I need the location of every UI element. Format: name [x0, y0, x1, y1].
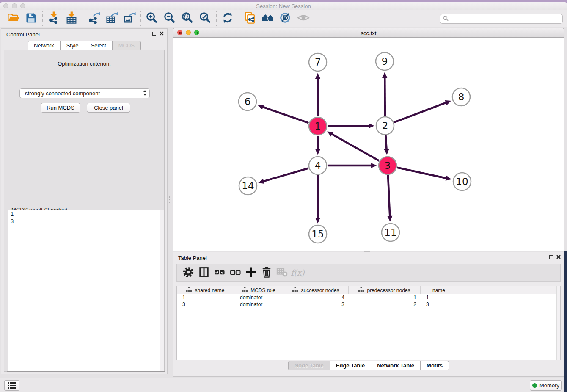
- export-image-button[interactable]: [121, 11, 138, 26]
- mcds-result-list[interactable]: 13: [8, 210, 164, 371]
- toolbar-group: [3, 11, 43, 26]
- graph-edge-3-11[interactable]: [388, 175, 390, 216]
- graph-node-9[interactable]: 9: [376, 52, 394, 70]
- refresh-icon: [221, 11, 234, 25]
- clone-network-button[interactable]: [241, 11, 259, 26]
- trash-button[interactable]: [259, 265, 274, 280]
- memory-label: Memory: [539, 382, 559, 389]
- graph-edge-2-3[interactable]: [385, 135, 386, 149]
- toolbar-group: [83, 11, 141, 26]
- cell-successor-nodes: 4: [284, 294, 349, 301]
- column-header-name[interactable]: name: [421, 286, 457, 294]
- delete-table-icon: [276, 266, 289, 280]
- result-scrollbar[interactable]: [160, 210, 164, 371]
- tab-network-table[interactable]: Network Table: [371, 361, 421, 370]
- control-panel-title: Control Panel: [6, 31, 40, 38]
- close-panel-button[interactable]: Close panel: [87, 103, 130, 113]
- select-all-button[interactable]: [212, 265, 227, 280]
- add-icon: [245, 266, 257, 280]
- zoom-out-button[interactable]: [161, 11, 179, 26]
- graph-node-label: 14: [242, 180, 254, 191]
- panel-splitter-handle[interactable]: [168, 196, 170, 204]
- export-network-icon: [88, 11, 100, 25]
- import-table-button[interactable]: [63, 11, 80, 26]
- open-file-icon: [7, 11, 20, 25]
- home-button[interactable]: [259, 11, 277, 26]
- tab-style[interactable]: Style: [61, 41, 85, 50]
- column-header-successor-nodes[interactable]: successor nodes: [284, 286, 349, 294]
- graph-node-6[interactable]: 6: [239, 93, 256, 110]
- zoom-in-button[interactable]: [143, 11, 161, 26]
- graph-node-1[interactable]: 1: [309, 117, 327, 135]
- search-input[interactable]: [449, 15, 562, 23]
- deselect-all-button[interactable]: [227, 265, 243, 280]
- hide-details-button[interactable]: [277, 11, 295, 26]
- graph-node-8[interactable]: 8: [452, 88, 470, 106]
- task-history-button[interactable]: [4, 380, 19, 391]
- open-file-button[interactable]: [5, 11, 22, 26]
- tab-edge-table[interactable]: Edge Table: [330, 361, 371, 370]
- graph-node-label: 15: [311, 229, 324, 240]
- tab-network[interactable]: Network: [28, 41, 61, 50]
- desktop-background-right: [564, 251, 567, 392]
- tab-mcds[interactable]: MCDS: [113, 41, 141, 50]
- graph-edge-4-14[interactable]: [263, 168, 308, 181]
- export-table-icon: [105, 11, 118, 25]
- export-table-button[interactable]: [103, 11, 121, 26]
- hierarchy-icon: [358, 287, 364, 293]
- graph-node-2[interactable]: 2: [376, 117, 394, 135]
- close-table-panel-icon[interactable]: [556, 255, 561, 259]
- save-session-button[interactable]: [22, 11, 40, 26]
- tab-motifs[interactable]: Motifs: [421, 361, 449, 370]
- import-network-button[interactable]: [45, 11, 63, 26]
- cell-MCDS-role: dominator: [234, 294, 284, 301]
- network-window-titlebar[interactable]: scc.txt: [173, 28, 564, 38]
- add-button[interactable]: [243, 265, 259, 280]
- eye-button[interactable]: [295, 11, 312, 26]
- graph-edge-2-8[interactable]: [394, 102, 446, 122]
- tab-select[interactable]: Select: [85, 41, 113, 50]
- table-row[interactable]: 1dominator411: [177, 294, 556, 301]
- tab-node-table[interactable]: Node Table: [288, 361, 330, 370]
- optimization-criterion-label: Optimization criterion:: [4, 61, 164, 67]
- zoom-selected-button[interactable]: [196, 11, 214, 26]
- table-row[interactable]: 3dominator323: [177, 301, 556, 308]
- zoom-fit-button[interactable]: [179, 11, 196, 26]
- network-window-title: scc.txt: [173, 30, 564, 36]
- optimization-criterion-select[interactable]: strongly connected component: [19, 88, 150, 98]
- float-table-panel-icon[interactable]: [549, 255, 553, 259]
- export-network-button[interactable]: [85, 11, 103, 26]
- gear-button[interactable]: [180, 265, 196, 280]
- graph-edge-1-6[interactable]: [263, 107, 308, 123]
- hierarchy-icon: [292, 287, 298, 293]
- column-header-MCDS-role[interactable]: MCDS role: [234, 286, 284, 294]
- graph-edge-3-10[interactable]: [397, 168, 446, 178]
- graph-edge-3-1[interactable]: [332, 134, 379, 161]
- column-header-shared-name[interactable]: shared name: [177, 286, 234, 294]
- columns-button[interactable]: [196, 265, 212, 280]
- graph-node-7[interactable]: 7: [309, 53, 327, 71]
- float-panel-icon[interactable]: [152, 32, 156, 36]
- column-label: successor nodes: [301, 287, 339, 293]
- graph-node-15[interactable]: 15: [309, 225, 327, 243]
- close-panel-icon[interactable]: [160, 31, 164, 36]
- graph-node-11[interactable]: 11: [382, 224, 399, 241]
- delete-table-button[interactable]: [274, 265, 290, 280]
- graph-edge-1-2[interactable]: [328, 126, 369, 126]
- status-bar: Memory: [0, 378, 567, 392]
- refresh-button[interactable]: [219, 11, 237, 26]
- fx-icon: f(x): [291, 268, 305, 277]
- search-box[interactable]: [440, 14, 563, 24]
- graph-node-4[interactable]: 4: [309, 157, 327, 174]
- column-header-predecessor-nodes[interactable]: predecessor nodes: [349, 286, 421, 294]
- network-canvas[interactable]: 1234678910111415: [173, 38, 564, 251]
- run-mcds-button[interactable]: Run MCDS: [41, 103, 80, 113]
- hierarchy-icon: [186, 287, 192, 293]
- memory-button[interactable]: Memory: [530, 380, 562, 391]
- graph-edge-2-9[interactable]: [385, 77, 385, 116]
- graph-node-10[interactable]: 10: [453, 173, 471, 190]
- fx-button[interactable]: f(x): [290, 265, 306, 280]
- table-scrollbar[interactable]: [556, 286, 560, 360]
- graph-node-14[interactable]: 14: [239, 177, 257, 195]
- graph-node-3[interactable]: 3: [379, 157, 396, 174]
